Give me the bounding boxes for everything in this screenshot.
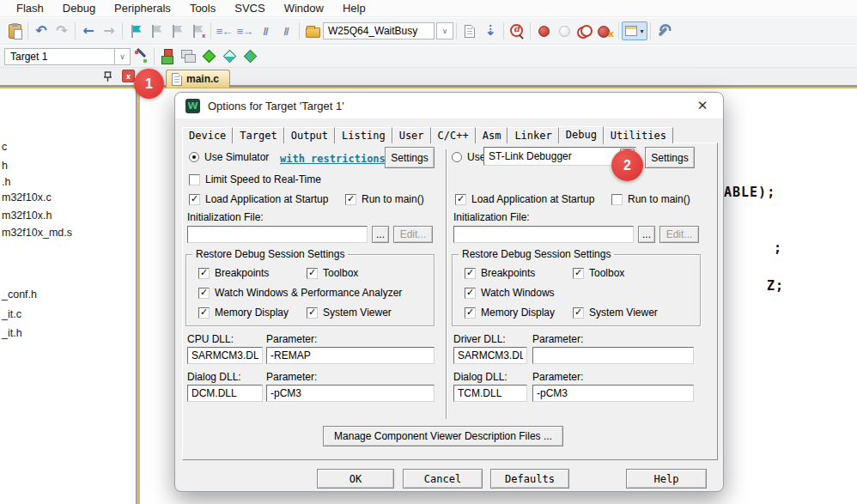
pack-installer-icon[interactable] [240,46,260,67]
forward-icon[interactable]: → [99,21,119,41]
tab-output[interactable]: Output [284,127,335,143]
driver-parameter-input[interactable] [532,347,694,364]
watch-windows-checkbox-left[interactable]: Watch Windows & Performance Analyzer [198,287,402,299]
menu-window[interactable]: Window [275,0,333,16]
bookmark-next-icon[interactable] [167,21,187,41]
breakpoint-disable-all-icon[interactable] [574,21,595,41]
breakpoint-kill-all-icon[interactable]: x [595,21,616,41]
ok-button[interactable]: OK [317,469,394,489]
menu-help[interactable]: Help [333,0,375,16]
indent-left-icon[interactable]: ≡← [214,21,234,41]
file-item[interactable]: m32f10x.h [2,209,52,222]
bookmark-icon[interactable] [125,21,146,41]
system-viewer-checkbox-left[interactable]: System Viewer [307,307,392,319]
file-item[interactable]: m32f10x.c [2,191,52,203]
runtime-environment-icon[interactable] [198,46,219,67]
edit-button-left[interactable]: Edit... [393,226,433,243]
manage-component-viewer-button[interactable]: Manage Component Viewer Description File… [323,426,563,446]
edit-button-right[interactable]: Edit... [659,226,699,243]
undo-icon[interactable]: ↶ [31,21,52,41]
search-dropdown-icon[interactable]: ∨ [436,22,453,39]
tab-debug[interactable]: Debug [559,126,604,145]
tab-target[interactable]: Target [233,127,283,143]
uncomment-icon[interactable]: // [276,21,296,41]
debug-find-icon[interactable]: d [507,21,527,41]
tab-main-c[interactable]: main.c [166,70,230,88]
back-icon[interactable]: ← [78,21,99,41]
menu-svcs[interactable]: SVCS [225,0,274,16]
close-icon[interactable]: ✕ [694,98,711,113]
pin-icon[interactable] [101,70,113,82]
dialog-dll-input-left[interactable] [187,385,263,402]
breakpoint-disabled-icon[interactable] [554,21,574,41]
search-input[interactable] [324,23,434,39]
close-panel-icon[interactable]: x [122,70,135,82]
indent-right-icon[interactable]: ≡→ [234,21,255,41]
dialog-title-bar[interactable]: W Options for Target 'Target 1' ✕ [175,93,723,118]
redo-icon[interactable]: ↷ [52,21,72,41]
menu-peripherals[interactable]: Peripherals [105,0,180,16]
find-in-files-icon[interactable] [302,21,323,41]
chevron-down-icon[interactable]: ∨ [114,48,131,65]
toolbox-checkbox-right[interactable]: Toolbox [573,267,624,279]
tab-asm[interactable]: Asm [476,127,508,143]
dialog-parameter-input-left[interactable] [266,385,435,402]
load-app-checkbox-left[interactable]: Load Application at Startup [189,193,328,205]
breakpoint-toggle-icon[interactable] [533,21,554,41]
memory-display-checkbox-left[interactable]: Memory Display [198,307,289,319]
component-icon[interactable] [157,46,178,67]
browse-button-left[interactable]: ... [372,226,389,243]
target-options-wand-icon[interactable] [131,46,151,67]
init-file-input-left[interactable] [187,226,368,243]
tab-device[interactable]: Device [182,127,233,143]
driver-dll-input[interactable] [453,347,527,364]
tab-linker[interactable]: Linker [508,127,558,143]
paste-icon[interactable] [4,21,25,41]
target-select[interactable]: Target 1 ∨ [4,48,131,65]
file-item[interactable]: .h [2,176,10,188]
run-to-main-checkbox-right[interactable]: Run to main() [611,193,690,205]
init-file-input-right[interactable] [453,226,634,243]
toolbox-checkbox-left[interactable]: Toolbox [307,267,358,279]
file-item[interactable]: _conf.h [2,288,37,301]
project-windows-icon[interactable]: ▾ [622,21,647,40]
menu-debug[interactable]: Debug [53,0,105,16]
manage-items-icon[interactable] [219,46,240,67]
use-simulator-radio[interactable]: Use Simulator [189,151,269,163]
bookmark-clear-icon[interactable]: x [187,21,208,41]
file-item[interactable]: m32f10x_md.s [2,227,72,239]
simulator-settings-button[interactable]: Settings [385,147,435,168]
find-next-icon[interactable]: ⇣ [480,21,501,41]
defaults-button[interactable]: Defaults [490,469,569,489]
with-restrictions-link[interactable]: with restrictions [280,153,386,165]
help-button[interactable]: Help [626,469,707,489]
comment-icon[interactable]: // [255,21,276,41]
memory-display-checkbox-right[interactable]: Memory Display [465,307,555,319]
file-item[interactable]: _it.c [2,308,21,320]
breakpoints-checkbox-left[interactable]: Breakpoints [198,267,269,279]
tab-user[interactable]: User [392,127,431,143]
load-app-checkbox-right[interactable]: Load Application at Startup [455,193,594,205]
system-viewer-checkbox-right[interactable]: System Viewer [573,307,658,319]
dialog-dll-input-right[interactable] [453,385,527,402]
cancel-button[interactable]: Cancel [403,469,483,489]
tab-utilities[interactable]: Utilities [604,127,673,143]
run-to-main-checkbox-left[interactable]: Run to main() [345,193,424,205]
watch-windows-checkbox-right[interactable]: Watch Windows [465,287,555,299]
menu-flash[interactable]: Flash [7,0,53,16]
search-combo[interactable] [323,22,435,39]
cpu-parameter-input[interactable] [266,347,435,364]
browse-button-right[interactable]: ... [638,226,655,243]
limit-speed-checkbox[interactable]: Limit Speed to Real-Time [189,173,321,185]
dialog-parameter-input-right[interactable] [532,385,694,402]
debugger-settings-button[interactable]: Settings [645,147,695,168]
configure-icon[interactable] [653,21,674,41]
bookmark-prev-icon[interactable] [146,21,167,41]
breakpoints-checkbox-right[interactable]: Breakpoints [465,267,535,279]
tab-listing[interactable]: Listing [335,127,392,143]
find-document-icon[interactable] [459,21,480,41]
file-item[interactable]: _it.h [2,327,22,339]
menu-tools[interactable]: Tools [180,0,225,16]
file-item[interactable]: c [2,141,7,153]
file-item[interactable]: h [2,160,8,172]
